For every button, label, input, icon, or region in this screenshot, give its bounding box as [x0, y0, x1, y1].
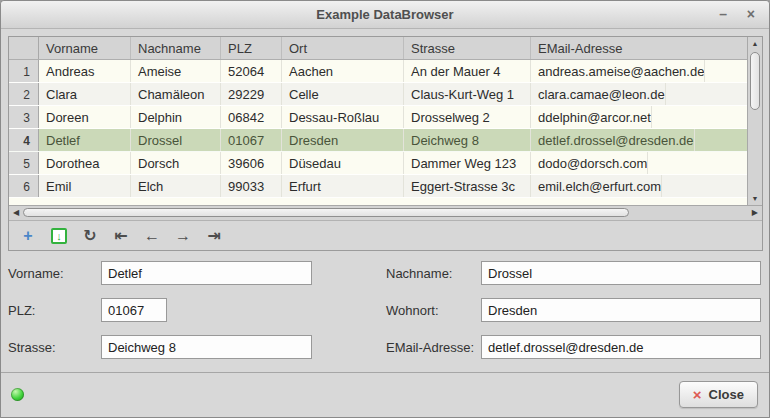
table-row[interactable]: 3DoreenDelphin06842Dessau-RoßlauDrosselw… [9, 106, 747, 129]
cell: Drossel [131, 129, 221, 151]
cell: 06842 [221, 106, 282, 128]
row-number: 2 [9, 83, 39, 105]
record-form: Vorname:PLZ:Strasse: Nachname:Wohnort:EM… [8, 261, 761, 366]
cell: 99033 [221, 175, 282, 197]
scroll-left-icon[interactable]: ◀ [13, 208, 19, 217]
titlebar[interactable]: Example DataBrowser – × [1, 1, 769, 29]
cell: 39606 [221, 152, 282, 174]
table-row[interactable]: 4DetlefDrossel01067DresdenDeichweg 8detl… [9, 129, 747, 152]
add-record-button[interactable]: + [18, 225, 38, 247]
nachname-input[interactable] [481, 261, 761, 285]
plus-icon: + [23, 228, 32, 244]
app-window: Example DataBrowser – × VornameNachnameP… [0, 0, 770, 418]
last-record-icon: ⇥ [207, 228, 220, 244]
column-header-ort[interactable]: Ort [282, 37, 404, 59]
cell: detlef.drossel@dresden.de [531, 129, 695, 151]
cell: Elch [131, 175, 221, 197]
cell: Dorothea [39, 152, 131, 174]
row-number: 5 [9, 152, 39, 174]
vorname-input[interactable] [101, 261, 312, 285]
table-row[interactable]: 1AndreasAmeise52064AachenAn der Mauer 4a… [9, 60, 747, 83]
wohnort-input[interactable] [481, 298, 761, 322]
close-button[interactable]: × Close [679, 381, 758, 408]
cell: Doreen [39, 106, 131, 128]
scroll-down-icon[interactable]: ▼ [748, 195, 762, 202]
field-label-nachname: Nachname: [386, 266, 481, 281]
cell: Dresden [282, 129, 404, 151]
cell: dodo@dorsch.com [531, 152, 648, 174]
horizontal-scrollbar-thumb[interactable] [23, 208, 629, 217]
scroll-up-icon[interactable]: ▲ [748, 40, 762, 47]
row-number-header [9, 37, 39, 59]
horizontal-scrollbar[interactable]: ◀ ▶ [9, 205, 762, 220]
first-record-icon: ⇤ [114, 228, 127, 244]
refresh-button[interactable]: ↻ [80, 225, 100, 247]
strasse-input[interactable] [101, 335, 312, 359]
last-record-button[interactable]: ⇥ [204, 225, 224, 247]
cell: Claus-Kurt-Weg 1 [404, 83, 531, 105]
table-empty-area [9, 198, 747, 205]
cell: ddelphin@arcor.net [531, 106, 652, 128]
form-field-wohnort: Wohnort: [386, 298, 761, 322]
cell: Dammer Weg 123 [404, 152, 531, 174]
field-label-plz: PLZ: [8, 303, 101, 318]
row-number: 4 [9, 129, 39, 151]
cell: emil.elch@erfurt.com [531, 175, 662, 197]
minimize-icon[interactable]: – [719, 6, 727, 22]
form-field-vorname: Vorname: [8, 261, 313, 285]
cell: 01067 [221, 129, 282, 151]
data-table: VornameNachnamePLZOrtStrasseEMail-Adress… [9, 37, 762, 220]
form-field-email: EMail-Adresse: [386, 335, 761, 359]
form-field-plz: PLZ: [8, 298, 313, 322]
cell: Detlef [39, 129, 131, 151]
next-record-icon: → [175, 228, 191, 244]
close-button-label: Close [709, 387, 744, 402]
cell: 29229 [221, 83, 282, 105]
plz-input[interactable] [101, 298, 167, 322]
field-label-vorname: Vorname: [8, 266, 101, 281]
refresh-icon: ↻ [83, 228, 96, 244]
cell: Dorsch [131, 152, 221, 174]
column-header-email-adresse[interactable]: EMail-Adresse [531, 37, 762, 59]
previous-record-icon: ← [144, 228, 160, 244]
cell: Dessau-Roßlau [282, 106, 404, 128]
column-header-nachname[interactable]: Nachname [131, 37, 221, 59]
table-row[interactable]: 5DorotheaDorsch39606DüsedauDammer Weg 12… [9, 152, 747, 175]
table-row[interactable]: 6EmilElch99033ErfurtEggert-Strasse 3cemi… [9, 175, 747, 198]
next-record-button[interactable]: → [173, 225, 193, 247]
vertical-scrollbar-thumb[interactable] [750, 52, 760, 110]
cell: andreas.ameise@aachen.de [531, 60, 705, 82]
cell: Chamäleon [131, 83, 221, 105]
window-close-icon[interactable]: × [747, 6, 755, 22]
column-header-plz[interactable]: PLZ [221, 37, 282, 59]
cell: An der Mauer 4 [404, 60, 531, 82]
previous-record-button[interactable]: ← [142, 225, 162, 247]
save-record-button[interactable]: ↓ [49, 225, 69, 247]
row-number: 3 [9, 106, 39, 128]
email-input[interactable] [481, 335, 761, 359]
cell: Erfurt [282, 175, 404, 197]
cell: Düsedau [282, 152, 404, 174]
first-record-button[interactable]: ⇤ [111, 225, 131, 247]
scroll-right-icon[interactable]: ▶ [752, 208, 758, 217]
save-icon: ↓ [51, 228, 67, 244]
table-row[interactable]: 2ClaraChamäleon29229CelleClaus-Kurt-Weg … [9, 83, 747, 106]
cell: Celle [282, 83, 404, 105]
row-number: 6 [9, 175, 39, 197]
cell: Andreas [39, 60, 131, 82]
cell: clara.camae@leon.de [531, 83, 666, 105]
cell: Clara [39, 83, 131, 105]
cell: Emil [39, 175, 131, 197]
column-header-strasse[interactable]: Strasse [404, 37, 531, 59]
column-header-vorname[interactable]: Vorname [39, 37, 131, 59]
form-field-strasse: Strasse: [8, 335, 313, 359]
cell: Aachen [282, 60, 404, 82]
data-browser-frame: VornameNachnamePLZOrtStrasseEMail-Adress… [8, 36, 763, 251]
window-title: Example DataBrowser [1, 7, 769, 22]
close-x-icon: × [693, 387, 702, 402]
form-field-nachname: Nachname: [386, 261, 761, 285]
status-led-icon [11, 388, 24, 401]
row-number: 1 [9, 60, 39, 82]
cell: Drosselweg 2 [404, 106, 531, 128]
vertical-scrollbar[interactable]: ▲ ▼ [747, 37, 762, 205]
